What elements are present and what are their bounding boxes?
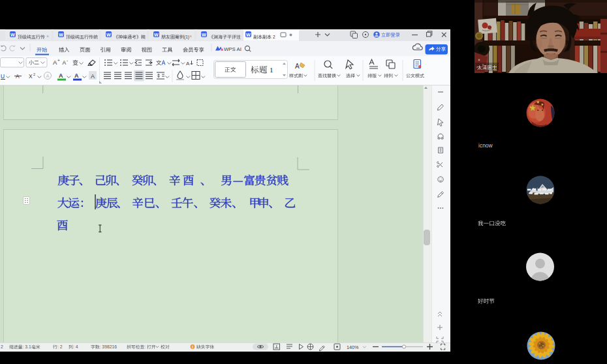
svg-text:X: X xyxy=(29,73,33,80)
svg-text:A: A xyxy=(53,59,57,66)
svg-text:×: × xyxy=(46,34,49,38)
svg-text:140%: 140% xyxy=(347,344,359,350)
svg-text:W: W xyxy=(106,32,111,38)
svg-text:A: A xyxy=(59,72,63,79)
svg-text:1: 1 xyxy=(270,66,273,74)
svg-text:×: × xyxy=(94,34,97,38)
svg-text:+: + xyxy=(57,58,60,63)
svg-text:2: 2 xyxy=(1,344,3,349)
svg-text:W: W xyxy=(59,32,63,38)
svg-text:-: - xyxy=(67,58,68,63)
svg-text:: 3.1: : 3.1 xyxy=(23,344,31,349)
svg-text:U: U xyxy=(1,73,5,80)
svg-text:×: × xyxy=(142,34,144,38)
svg-text:×: × xyxy=(236,34,239,38)
svg-text:2: 2 xyxy=(273,35,275,39)
svg-text:A: A xyxy=(74,72,79,79)
svg-text:: 4: : 4 xyxy=(73,344,78,349)
svg-text:A: A xyxy=(295,63,300,70)
svg-text:A: A xyxy=(186,61,190,67)
svg-text:WPS AI: WPS AI xyxy=(224,46,241,52)
svg-text:A: A xyxy=(63,59,67,66)
svg-text:W: W xyxy=(10,32,15,38)
svg-text:icnow: icnow xyxy=(478,142,493,149)
svg-text:A: A xyxy=(91,73,95,80)
svg-text:(1): (1) xyxy=(184,35,189,40)
svg-text:W: W xyxy=(202,32,206,38)
svg-text:: 398216: : 398216 xyxy=(100,344,117,349)
svg-text:A: A xyxy=(46,73,49,79)
svg-text:W: W xyxy=(154,32,159,38)
svg-text:2: 2 xyxy=(33,72,35,76)
svg-text:×: × xyxy=(189,34,192,38)
svg-text:!: ! xyxy=(192,345,193,349)
svg-text::: : xyxy=(144,344,146,349)
svg-text:: 2: : 2 xyxy=(57,344,63,349)
svg-text:W: W xyxy=(246,32,251,38)
